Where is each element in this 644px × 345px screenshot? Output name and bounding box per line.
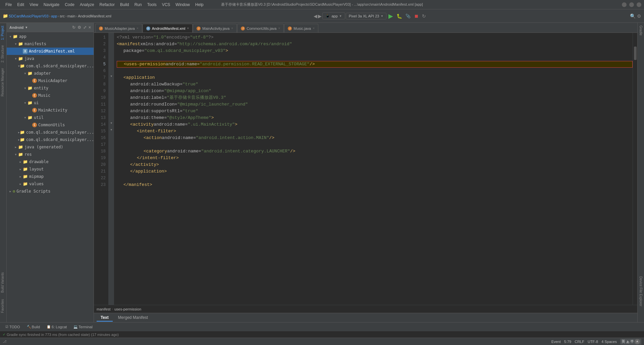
cursor-position[interactable]: 5:79	[564, 340, 571, 344]
tab-android-manifest-close[interactable]: ×	[187, 26, 189, 30]
code-line-6	[117, 68, 633, 74]
tree-item-java[interactable]: ▼ 📁 java	[7, 55, 94, 62]
back-button[interactable]: ◀	[314, 13, 317, 19]
close-button[interactable]	[637, 2, 641, 7]
tree-item-gradle-scripts[interactable]: ▶ ⚙ Gradle Scripts	[7, 188, 94, 195]
tab-main-activity-close[interactable]: ×	[231, 26, 233, 30]
event-label[interactable]: Event	[551, 340, 561, 344]
forward-button[interactable]: ▶	[318, 13, 322, 19]
tree-item-res[interactable]: ▼ 📁 res	[7, 151, 94, 158]
attach-debug-button[interactable]: 📎	[404, 13, 412, 19]
menu-refactor[interactable]: Refactor	[97, 1, 117, 8]
right-sidebar-gradle[interactable]: Gradle	[638, 23, 643, 38]
tab-music-close[interactable]: ×	[313, 26, 315, 30]
tab-music-adapter[interactable]: J MusicAdapter.java ×	[95, 24, 142, 32]
bottom-tab-merged-manifest[interactable]: Merged Manifest	[114, 314, 152, 322]
panel-settings-icon[interactable]: ⚙	[77, 25, 81, 30]
tree-item-mipmap[interactable]: ▶ 📁 mipmap	[7, 173, 94, 180]
terminal-icon: 💻	[73, 325, 77, 329]
android-dropdown[interactable]: Android ▼	[9, 25, 28, 29]
tree-item-main-activity[interactable]: C MainActivity	[7, 107, 94, 114]
panel-sync-icon[interactable]: ↻	[72, 25, 75, 30]
tab-android-manifest[interactable]: X AndroidManifest.xml ×	[143, 24, 193, 32]
tree-item-layout[interactable]: ▶ 📁 layout	[7, 165, 94, 173]
menu-run[interactable]: Run	[132, 1, 145, 8]
sidebar-item-favorites[interactable]: Favorites	[0, 296, 6, 316]
tree-item-manifests[interactable]: ▼ 📁 manifests	[7, 40, 94, 48]
tree-item-music[interactable]: C Music	[7, 92, 94, 99]
sidebar-item-project[interactable]: 1: Project	[0, 23, 6, 43]
menu-window[interactable]: Window	[173, 1, 193, 8]
menu-navigate[interactable]: Navigate	[41, 1, 62, 8]
project-name[interactable]: SDCardMusicPlayerV03	[9, 14, 49, 18]
tree-item-music-adapter[interactable]: C MusicAdapter	[7, 77, 94, 84]
line-ending[interactable]: CRLF	[575, 340, 584, 344]
bottom-tool-todo[interactable]: ☑ TODO	[3, 323, 23, 331]
charset[interactable]: UTF-8	[588, 340, 598, 344]
bottom-tab-text[interactable]: Text	[97, 314, 113, 322]
panel-expand-icon[interactable]: ⤢	[83, 25, 87, 30]
tab-music-adapter-close[interactable]: ×	[137, 26, 139, 30]
tree-item-values[interactable]: ▶ 📁 values	[7, 180, 94, 188]
tree-item-ui[interactable]: ▼ 📁 ui	[7, 99, 94, 107]
tab-main-activity[interactable]: J MainActivity.java ×	[193, 24, 237, 32]
tree-item-util-label: util	[34, 115, 44, 120]
gradle-icon: ⚙	[13, 189, 15, 194]
run-button[interactable]: ▶	[387, 12, 394, 20]
search-everywhere-button[interactable]: 🔍	[630, 13, 636, 19]
breadcrumb-uses-permission[interactable]: uses-permission	[114, 307, 141, 311]
tree-item-mipmap-label: mipmap	[29, 174, 44, 179]
breadcrumb-manifest[interactable]: manifest	[97, 307, 111, 311]
tree-item-java-generated[interactable]: ▶ 📁 java (generated)	[7, 143, 94, 151]
tree-item-common-utils[interactable]: C CommonUtils	[7, 121, 94, 129]
ime-indicator[interactable]: 英 ぁ 半 A	[620, 339, 641, 345]
menu-vcs[interactable]: VCS	[159, 1, 173, 8]
tab-common-utils[interactable]: J CommonUtils.java ×	[237, 24, 284, 32]
maximize-button[interactable]	[629, 2, 634, 7]
tree-item-adapter[interactable]: ▼ 📁 adapter	[7, 70, 94, 77]
minimize-button[interactable]	[622, 2, 627, 7]
sidebar-item-resource-manager[interactable]: Resource Manager	[0, 65, 6, 99]
code-editor[interactable]: 1 2 3 4 5 6 7 8 9 10 11 12 13 14 15 16 1	[94, 33, 637, 305]
tree-item-android-manifest[interactable]: X AndroidManifest.xml	[7, 48, 94, 55]
toolbar-app[interactable]: app	[51, 14, 57, 18]
tab-common-utils-close[interactable]: ×	[278, 26, 280, 30]
menu-tools[interactable]: Tools	[145, 1, 159, 8]
sync-button[interactable]: ↻	[421, 13, 427, 19]
build-icon: 🔨	[27, 325, 31, 329]
tree-item-app[interactable]: ▼ 📁 app	[7, 33, 94, 40]
bottom-tool-logcat[interactable]: 📋 6: Logcat	[44, 323, 69, 331]
tree-item-drawable[interactable]: ▶ 📁 drawable	[7, 158, 94, 165]
indent[interactable]: 4 Spaces	[601, 340, 617, 344]
tree-item-util[interactable]: ▼ 📁 util	[7, 114, 94, 121]
tree-item-package2[interactable]: ▶ 📁 com.ql.sdcard_musicplayer...	[7, 129, 94, 136]
sidebar-item-structure[interactable]: 2: Structure	[0, 43, 6, 65]
tree-item-music-label: Music	[38, 93, 50, 98]
debug-button[interactable]: 🐛	[395, 13, 404, 19]
tree-item-res-label: res	[24, 152, 32, 157]
menu-analyze[interactable]: Analyze	[77, 1, 97, 8]
project-icon: 📁	[3, 13, 8, 18]
menu-file[interactable]: File	[3, 1, 14, 8]
stop-button[interactable]: ⏹	[413, 13, 420, 19]
bottom-tool-build[interactable]: 🔨 Build	[24, 323, 43, 331]
tab-music[interactable]: J Music.java ×	[284, 24, 318, 32]
tab-music-label: Music.java	[293, 26, 311, 30]
tree-item-package3[interactable]: ▶ 📁 com.ql.sdcard_musicplayer...	[7, 136, 94, 143]
menu-help[interactable]: Help	[193, 1, 206, 8]
panel-close-icon[interactable]: ×	[89, 25, 91, 30]
bottom-tool-terminal[interactable]: 💻 Terminal	[71, 323, 95, 331]
device-selector[interactable]: Pixel 3a XL API 23 ▼	[346, 13, 387, 19]
menu-edit[interactable]: Edit	[14, 1, 27, 8]
package2-folder-icon: 📁	[20, 130, 25, 135]
menu-build[interactable]: Build	[117, 1, 132, 8]
menu-view[interactable]: View	[27, 1, 41, 8]
code-content[interactable]: <?xml version="1.0" encoding="utf-8"?> <…	[114, 33, 633, 305]
tree-item-package1[interactable]: ▼ 📁 com.ql.sdcard_musicplayer...	[7, 62, 94, 70]
settings-button[interactable]: ⚙	[637, 13, 641, 19]
tree-item-entity[interactable]: ▼ 📁 entity	[7, 84, 94, 92]
right-sidebar-device-file-explorer[interactable]: Device File Explorer	[638, 274, 643, 309]
menu-code[interactable]: Code	[62, 1, 77, 8]
module-selector[interactable]: 📱 app ▼	[322, 12, 345, 19]
sidebar-item-build-variants[interactable]: Build Variants	[0, 270, 6, 295]
